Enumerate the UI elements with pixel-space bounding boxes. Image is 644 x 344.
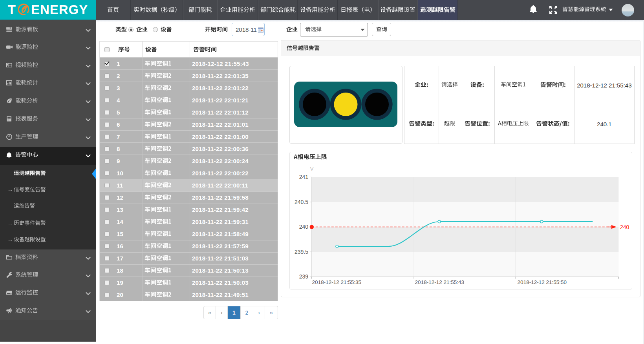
svg-text:239: 239 (299, 273, 309, 280)
svg-text:239.5: 239.5 (295, 249, 308, 255)
svg-text:240: 240 (620, 224, 629, 230)
svg-text:2018-12-12 21:55:35: 2018-12-12 21:55:35 (312, 279, 361, 285)
svg-text:240.5: 240.5 (295, 199, 308, 205)
svg-text:240: 240 (299, 224, 309, 230)
svg-text:2018-12-12 21:55:50: 2018-12-12 21:55:50 (518, 279, 567, 285)
svg-text:V: V (310, 166, 314, 172)
svg-text:241: 241 (299, 174, 309, 180)
svg-text:2018-12-12 21:55:43: 2018-12-12 21:55:43 (415, 279, 464, 285)
